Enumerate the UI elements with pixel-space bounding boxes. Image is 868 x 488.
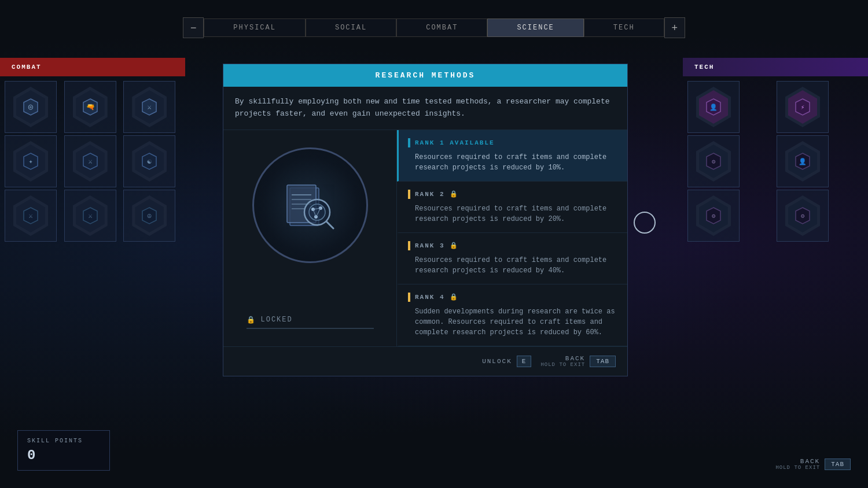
skill-badge: ⚔ bbox=[73, 195, 108, 236]
tab-social[interactable]: SOCIAL bbox=[306, 19, 396, 37]
svg-text:👤: 👤 bbox=[709, 103, 718, 111]
skill-badge: 🔫 bbox=[73, 87, 108, 127]
lock-icon: 🔒 bbox=[450, 293, 458, 301]
rank-3-item[interactable]: RANK 3 🔒 Resources required to craft ite… bbox=[397, 233, 627, 284]
right-skill-item[interactable]: ⚡ bbox=[777, 81, 829, 133]
skill-badge: ✦ bbox=[13, 141, 48, 182]
skill-badge-inner: ⚙ bbox=[788, 199, 817, 232]
hold-to-exit-label: HOLD TO EXIT bbox=[540, 362, 585, 368]
rank-3-description: Resources required to craft items and co… bbox=[408, 255, 618, 276]
back-button-group[interactable]: BACK HOLD TO EXIT TAB bbox=[540, 355, 616, 368]
right-skill-item[interactable]: ⚙ bbox=[687, 135, 740, 187]
rank-1-header: RANK 1 AVAILABLE bbox=[408, 138, 618, 147]
skill-badge: ⚙ bbox=[785, 195, 820, 236]
left-skill-item[interactable]: ◎ bbox=[5, 81, 57, 133]
left-panel-header: COMBAT bbox=[0, 58, 185, 76]
svg-text:👤: 👤 bbox=[799, 157, 807, 165]
lock-icon: 🔒 bbox=[450, 242, 458, 249]
left-skill-item[interactable]: ⚔ bbox=[123, 81, 175, 133]
rank-2-label: RANK 2 bbox=[415, 191, 445, 198]
left-skill-item[interactable]: ⚔ bbox=[64, 190, 116, 242]
skill-badge-inner: ⚔ bbox=[76, 199, 105, 232]
unlock-button-group[interactable]: UNLOCK E bbox=[482, 356, 531, 367]
tab-physical[interactable]: PHYSICAL bbox=[204, 19, 306, 37]
rank-1-label: RANK 1 AVAILABLE bbox=[415, 139, 495, 146]
skill-badge-inner: ⚔ bbox=[76, 145, 105, 178]
skill-badge: ☯ bbox=[132, 141, 167, 182]
right-skill-item[interactable]: ⚙ bbox=[687, 190, 740, 242]
tab-tech[interactable]: TECH bbox=[584, 19, 664, 37]
locked-status: 🔒 LOCKED bbox=[247, 316, 374, 324]
left-skill-item[interactable]: ☮ bbox=[123, 190, 175, 242]
rank-4-label: RANK 4 bbox=[415, 294, 445, 301]
back-bottom-group[interactable]: BACK HOLD TO EXIT TAB bbox=[775, 458, 851, 471]
rank-1-item[interactable]: RANK 1 AVAILABLE Resources required to c… bbox=[397, 130, 627, 182]
svg-text:🔫: 🔫 bbox=[86, 102, 94, 112]
left-skill-item[interactable]: ☯ bbox=[123, 135, 175, 187]
back-key-badge[interactable]: TAB bbox=[590, 356, 616, 367]
svg-text:⚡: ⚡ bbox=[801, 104, 805, 111]
skill-points-panel: SKILL POINTS 0 bbox=[17, 430, 110, 471]
skill-badge-inner: ⚙ bbox=[699, 145, 728, 178]
skill-circle-icon bbox=[252, 147, 368, 263]
skill-badge-inner: 🔫 bbox=[76, 90, 105, 124]
rank-3-label: RANK 3 bbox=[415, 242, 445, 249]
svg-text:⚙: ⚙ bbox=[801, 213, 805, 220]
skill-badge-inner: ☮ bbox=[135, 199, 164, 232]
top-navigation: − PHYSICAL SOCIAL COMBAT SCIENCE TECH + bbox=[0, 17, 868, 38]
skill-icon-area: 🔒 LOCKED bbox=[223, 130, 397, 346]
modal-title: RESEARCH METHODS bbox=[223, 64, 627, 87]
skill-badge-inner: ⚔ bbox=[16, 199, 45, 232]
right-skill-item[interactable]: 👤 bbox=[687, 81, 740, 133]
skill-badge-inner: ✦ bbox=[16, 145, 45, 178]
left-skill-item[interactable]: 🔫 bbox=[64, 81, 116, 133]
skill-badge: 👤 bbox=[696, 87, 731, 127]
skill-badge-inner: ◎ bbox=[16, 90, 45, 124]
skill-badge-inner: ☯ bbox=[135, 145, 164, 178]
svg-text:⚔: ⚔ bbox=[148, 103, 152, 112]
skill-badge-inner: 👤 bbox=[699, 90, 728, 124]
left-side-panel: COMBAT ◎ 🔫 bbox=[0, 58, 185, 488]
back-bottom-sublabel: HOLD TO EXIT bbox=[775, 465, 820, 471]
prev-category-button[interactable]: − bbox=[183, 17, 204, 38]
right-side-panel: TECH 👤 ⚡ bbox=[683, 58, 868, 488]
rank-2-header: RANK 2 🔒 bbox=[408, 190, 618, 199]
unlock-label: UNLOCK bbox=[482, 358, 512, 365]
rank-stripe-icon bbox=[408, 241, 410, 250]
next-category-button[interactable]: + bbox=[664, 17, 685, 38]
modal-footer: UNLOCK E BACK HOLD TO EXIT TAB bbox=[223, 346, 627, 376]
skill-badge: ☮ bbox=[132, 195, 167, 236]
skill-detail-modal: RESEARCH METHODS By skillfully employing… bbox=[223, 64, 628, 376]
skill-badge: ⚔ bbox=[13, 195, 48, 236]
right-skill-item[interactable]: ⚙ bbox=[777, 190, 829, 242]
rank-2-description: Resources required to craft items and co… bbox=[408, 204, 618, 224]
rank-stripe-icon bbox=[408, 190, 410, 199]
right-skill-grid: 👤 ⚡ ⚙ bbox=[683, 76, 868, 246]
unlock-key-badge[interactable]: E bbox=[517, 356, 532, 367]
back-bottom-label: BACK bbox=[800, 458, 820, 465]
modal-description: By skillfully employing both new and tim… bbox=[223, 87, 627, 130]
right-skill-item[interactable]: 👤 bbox=[777, 135, 829, 187]
rank-stripe-icon bbox=[408, 138, 410, 147]
left-skill-grid: ◎ 🔫 ⚔ bbox=[0, 76, 185, 246]
rank-2-item[interactable]: RANK 2 🔒 Resources required to craft ite… bbox=[397, 182, 627, 233]
skill-badge: ⚙ bbox=[696, 195, 731, 236]
right-panel-header: TECH bbox=[683, 58, 868, 76]
tab-combat[interactable]: COMBAT bbox=[396, 19, 487, 37]
skill-badge-inner: 👤 bbox=[788, 145, 817, 178]
rank-1-description: Resources required to craft items and co… bbox=[408, 152, 618, 173]
skill-badge-inner: ⚙ bbox=[699, 199, 728, 232]
left-skill-item[interactable]: ✦ bbox=[5, 135, 57, 187]
rank-stripe-icon bbox=[408, 293, 410, 302]
back-bottom-key[interactable]: TAB bbox=[825, 459, 851, 470]
tab-science[interactable]: SCIENCE bbox=[487, 19, 583, 37]
svg-text:✦: ✦ bbox=[28, 158, 32, 166]
progress-bar bbox=[247, 328, 374, 329]
rank-4-item[interactable]: RANK 4 🔒 Sudden developments during rese… bbox=[397, 284, 627, 346]
back-label: BACK bbox=[565, 355, 585, 362]
ranks-list: RANK 1 AVAILABLE Resources required to c… bbox=[397, 130, 627, 346]
lock-icon: 🔒 bbox=[450, 190, 458, 198]
rank-3-header: RANK 3 🔒 bbox=[408, 241, 618, 250]
left-skill-item[interactable]: ⚔ bbox=[64, 135, 116, 187]
left-skill-item[interactable]: ⚔ bbox=[5, 190, 57, 242]
